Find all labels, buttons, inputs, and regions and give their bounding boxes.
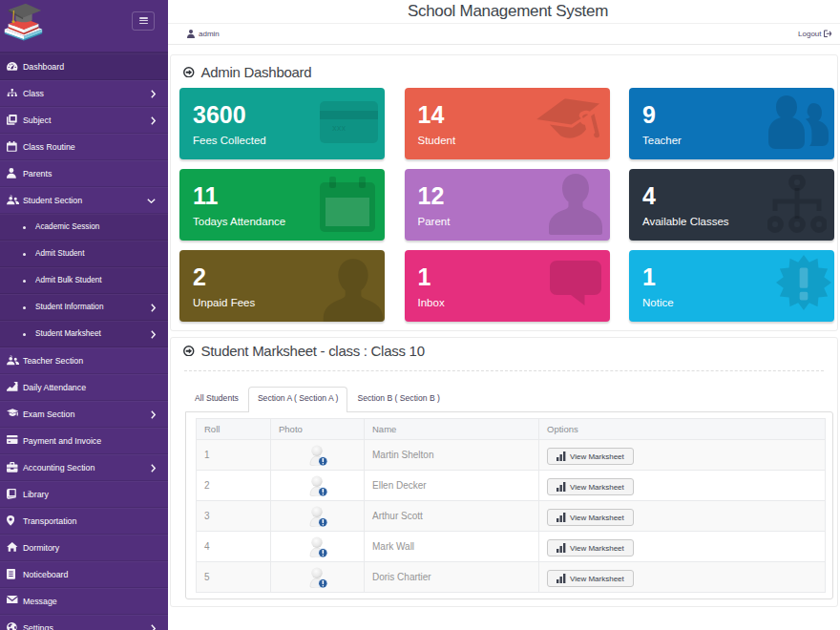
svg-text:xxx: xxx [332,123,346,133]
